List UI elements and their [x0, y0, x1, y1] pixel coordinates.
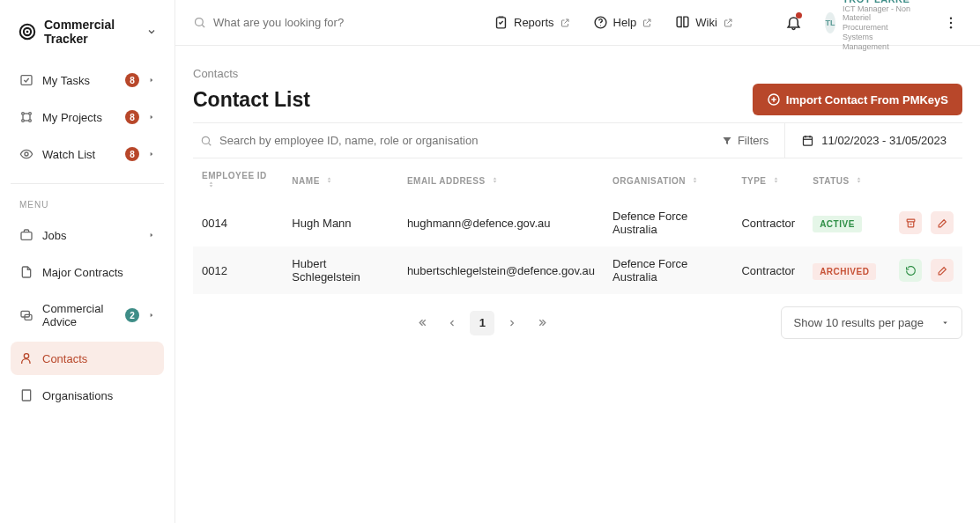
sidebar-item-organisations[interactable]: Organisations: [11, 379, 164, 412]
sidebar-item-label: Commercial Advice: [42, 302, 116, 328]
per-page-select[interactable]: Show 10 results per page: [781, 306, 962, 339]
cell-organisation: Defence Force Australia: [604, 199, 732, 247]
last-page-button[interactable]: [530, 311, 554, 335]
col-status[interactable]: Status: [804, 158, 885, 199]
notification-dot: [796, 12, 802, 18]
svg-marker-55: [857, 177, 860, 179]
help-link[interactable]: Help: [586, 10, 660, 35]
sidebar-item-label: Major Contracts: [42, 266, 155, 279]
svg-marker-56: [857, 180, 860, 182]
svg-point-32: [950, 17, 952, 18]
filter-icon: [722, 136, 732, 146]
sidebar-item-watch-list[interactable]: Watch List 8: [11, 137, 164, 171]
import-contact-button[interactable]: Import Contact From PMKeyS: [753, 84, 962, 115]
svg-marker-17: [151, 233, 153, 238]
col-type[interactable]: Type: [732, 158, 804, 199]
search-icon: [193, 16, 206, 29]
external-link-icon: [642, 18, 652, 28]
chevron-down-icon: [146, 26, 157, 37]
plus-circle-icon: [767, 92, 781, 107]
page-number[interactable]: 1: [470, 311, 494, 335]
cell-email: hughmann@defence.gov.au: [398, 199, 604, 247]
svg-point-6: [29, 113, 32, 115]
eye-icon: [19, 147, 33, 161]
sidebar-item-contacts[interactable]: Contacts: [11, 342, 164, 375]
filters-label: Filters: [738, 134, 768, 147]
sidebar-item-jobs[interactable]: Jobs: [11, 218, 164, 252]
col-employee-id[interactable]: Employee ID: [193, 158, 283, 199]
prev-page-button[interactable]: [440, 311, 464, 335]
sidebar-item-commercial-advice[interactable]: Commercial Advice 2: [11, 292, 164, 338]
menu-section-label: MENU: [11, 193, 164, 218]
date-range-value: 11/02/2023 - 31/05/2023: [821, 134, 947, 147]
reports-link[interactable]: Reports: [486, 10, 577, 35]
sidebar-item-label: My Tasks: [42, 74, 116, 87]
sort-icon: [855, 176, 863, 184]
sidebar-item-label: My Projects: [42, 111, 116, 124]
svg-marker-51: [694, 177, 697, 179]
badge: 8: [125, 110, 139, 124]
svg-marker-47: [327, 177, 330, 179]
table-search[interactable]: [193, 123, 706, 158]
badge: 8: [125, 73, 139, 87]
svg-line-39: [209, 143, 212, 145]
sidebar-item-label: Organisations: [42, 389, 155, 402]
per-page-label: Show 10 results per page: [794, 316, 924, 329]
svg-marker-52: [694, 180, 697, 182]
svg-rect-41: [804, 136, 813, 145]
edit-button[interactable]: [931, 211, 954, 234]
edit-button[interactable]: [931, 259, 954, 282]
sidebar-item-my-projects[interactable]: My Projects 8: [11, 100, 164, 134]
cell-organisation: Defence Force Australia: [604, 247, 732, 294]
breadcrumb: Contacts: [193, 67, 962, 80]
global-search[interactable]: [193, 16, 478, 29]
pagination: 1: [193, 311, 772, 335]
book-icon: [675, 15, 690, 30]
col-name[interactable]: Name: [283, 158, 398, 199]
date-range-picker[interactable]: 11/02/2023 - 31/05/2023: [784, 123, 962, 158]
global-search-input[interactable]: [213, 16, 478, 29]
user-role: ICT Manager - Non Materiel Procurement: [843, 4, 917, 33]
filters-button[interactable]: Filters: [706, 134, 784, 147]
svg-rect-57: [907, 219, 915, 222]
svg-point-7: [22, 120, 25, 122]
svg-point-2: [26, 31, 29, 33]
wiki-link[interactable]: Wiki: [668, 10, 740, 35]
table-row[interactable]: 0014 Hugh Mann hughmann@defence.gov.au D…: [193, 199, 962, 247]
table-row[interactable]: 0012 Hubert Schlegelstein hubertschlegel…: [193, 247, 962, 294]
cell-employee-id: 0012: [193, 247, 283, 294]
archive-button[interactable]: [899, 211, 922, 234]
notifications-button[interactable]: [776, 14, 811, 31]
next-page-button[interactable]: [500, 311, 524, 335]
external-link-icon: [723, 18, 733, 28]
projects-icon: [19, 110, 33, 124]
svg-point-14: [25, 152, 28, 156]
col-organisation[interactable]: Organisation: [604, 158, 732, 199]
svg-marker-49: [493, 177, 496, 179]
svg-point-38: [202, 136, 209, 144]
sort-icon: [491, 176, 499, 184]
chat-icon: [19, 308, 33, 322]
restore-button[interactable]: [899, 259, 922, 282]
sidebar-item-major-contracts[interactable]: Major Contracts: [11, 255, 164, 289]
col-email[interactable]: Email Address: [398, 158, 604, 199]
first-page-button[interactable]: [410, 311, 434, 335]
brand-switcher[interactable]: Commercial Tracker: [11, 14, 164, 63]
badge: 8: [125, 147, 139, 161]
table-search-input[interactable]: [219, 134, 660, 147]
external-link-icon: [560, 18, 570, 28]
user-menu[interactable]: TL TROY LARKE ICT Manager - Non Materiel…: [820, 0, 922, 52]
briefcase-icon: [19, 228, 33, 242]
sidebar-item-label: Watch List: [42, 148, 116, 161]
svg-point-31: [599, 25, 600, 26]
svg-point-33: [950, 21, 952, 23]
svg-point-34: [950, 26, 952, 28]
svg-marker-54: [774, 180, 777, 182]
more-menu-button[interactable]: [939, 11, 962, 34]
user-icon: [19, 351, 33, 365]
sidebar-item-my-tasks[interactable]: My Tasks 8: [11, 63, 164, 97]
svg-marker-45: [210, 182, 213, 184]
sidebar-item-label: Contacts: [42, 352, 155, 365]
svg-rect-3: [21, 76, 32, 85]
svg-marker-13: [151, 115, 153, 120]
